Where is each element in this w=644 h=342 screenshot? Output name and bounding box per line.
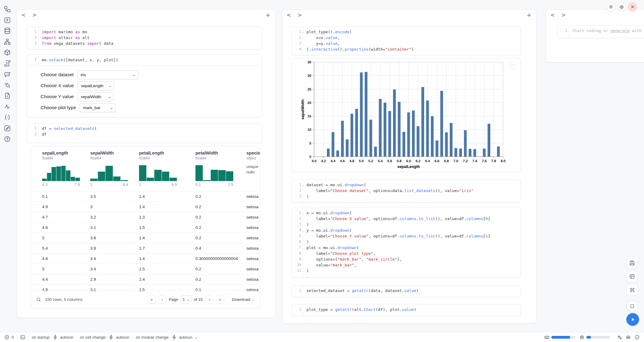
table-row[interactable]: 4.42.91.40.2setosa: [31, 274, 260, 284]
table-row[interactable]: 4.63.41.40.30000000000000004setosa: [31, 253, 260, 264]
svg-text:4.8: 4.8: [349, 159, 355, 163]
svg-text:0: 0: [309, 155, 311, 159]
code-cell-df[interactable]: 12df = selected_dataset()df: [27, 123, 262, 143]
table-row[interactable]: 53.41.50.2setosa: [31, 264, 260, 274]
editor-placeholder: Start coding or generate with AI: [572, 28, 644, 34]
middle-notebook-panel: < > + 1⌄234plot_type().encode( x=x.value…: [282, 9, 536, 323]
column-header-petalWidth[interactable]: petalWidthfloat640.12.5: [195, 151, 246, 187]
column-header-sepalWidth[interactable]: sepalWidthfloat6424.4: [90, 151, 139, 187]
panel-back-button[interactable]: <: [285, 12, 292, 18]
add-cell-button[interactable]: +: [526, 12, 532, 18]
copilot-button[interactable]: [626, 335, 631, 340]
sidebar-item-database[interactable]: [4, 27, 11, 34]
svg-text:8.0: 8.0: [501, 159, 506, 163]
panel-forward-button[interactable]: >: [296, 12, 303, 18]
column-histogram[interactable]: [90, 164, 128, 181]
chart-output-cell: 4.04.24.44.64.85.05.25.45.65.86.06.26.46…: [292, 58, 521, 172]
runmode-on-cell-change-[interactable]: on cell change:autorun: [80, 335, 130, 340]
sidebar-item-variables[interactable]: [4, 16, 11, 24]
code-cell-selected-dataset[interactable]: 1selected_dataset = getattr(data, datase…: [292, 285, 521, 297]
column-header-sepalLength[interactable]: sepalLengthfloat644.37.9: [42, 151, 90, 187]
download-button[interactable]: Download⌄: [232, 297, 254, 302]
cpu-icon: [579, 335, 585, 340]
sidebar-item-tracing[interactable]: [4, 103, 11, 110]
column-histogram[interactable]: [42, 164, 80, 181]
chevron-down-icon: ⌄: [108, 84, 112, 88]
sidebar-item-help[interactable]: [4, 135, 11, 143]
chevron-down-icon: ⌄: [194, 336, 198, 339]
connection-status-button[interactable]: [635, 335, 640, 340]
menu-button[interactable]: [606, 2, 615, 11]
first-page-button[interactable]: «: [148, 295, 156, 304]
dropdown-select[interactable]: mark_bar⌄: [80, 103, 116, 112]
dataframe-table: sepalLengthfloat644.37.9sepalWidthfloat6…: [31, 146, 260, 308]
runmode-on-module-change-[interactable]: on module change:autorun⌄: [136, 335, 197, 340]
runmode-label: on startup:: [32, 335, 50, 340]
column-header-petalLength[interactable]: petalLengthfloat6416.9: [139, 151, 195, 187]
table-row[interactable]: 4.73.21.30.2setosa: [31, 212, 260, 222]
snippets-icon: [4, 114, 11, 121]
dropdown-row: Choose plot typemark_bar⌄: [41, 102, 262, 113]
minimap-button[interactable]: [626, 300, 638, 312]
shutdown-button[interactable]: [628, 2, 637, 11]
table-row[interactable]: 53.61.40.2setosa: [31, 233, 260, 243]
dropdown-row: Choose datasetiris⌄: [41, 69, 262, 80]
table-row[interactable]: 5.13.51.40.2setosa: [31, 191, 260, 201]
panel-back-button[interactable]: <: [20, 12, 27, 18]
column-header-species[interactable]: speciesobjectuniquenulls:: [246, 151, 260, 187]
sidebar-item-chat[interactable]: [4, 70, 11, 78]
ai-sparkles-button[interactable]: [617, 335, 622, 340]
dependencies-icon: [4, 38, 11, 45]
layout-button[interactable]: [626, 271, 638, 282]
code-cell-xy-plot-dropdowns[interactable]: 1⌄234⌄567⌄891011x = mo.ui.dropdown( labe…: [292, 208, 521, 278]
settings-button[interactable]: [617, 2, 626, 11]
sidebar-item-snippets[interactable]: [4, 114, 11, 121]
keyboard-shortcuts-button[interactable]: [626, 284, 638, 296]
sidebar-item-outline[interactable]: [4, 81, 11, 89]
outline-icon: [4, 81, 11, 89]
sidebar-item-file-tree[interactable]: [4, 5, 11, 13]
svg-text:4.6: 4.6: [340, 159, 345, 163]
save-button[interactable]: [626, 257, 638, 269]
sidebar-item-dependencies[interactable]: [4, 38, 11, 45]
add-cell-button[interactable]: +: [265, 12, 271, 18]
last-page-button[interactable]: »: [216, 295, 224, 304]
svg-text:7.2: 7.2: [463, 159, 468, 163]
panel-back-button[interactable]: <: [549, 12, 556, 18]
svg-text:6.2: 6.2: [416, 159, 420, 163]
table-row[interactable]: 4.931.40.2setosa: [31, 201, 260, 212]
sidebar-item-packages[interactable]: [4, 49, 11, 56]
search-icon[interactable]: [36, 297, 41, 302]
chevron-down-icon: ⌄: [132, 73, 136, 77]
code-cell-dataset-dropdown[interactable]: 1⌄23dataset = mo.ui.dropdown( label="Cho…: [292, 180, 521, 202]
code-cell-imports[interactable]: 123import marimo as moimport altair as a…: [27, 27, 262, 49]
sidebar-item-scratchpad[interactable]: [4, 125, 11, 132]
play-icon: [631, 317, 635, 322]
error-count-badge[interactable]: 0: [4, 335, 14, 340]
empty-code-cell[interactable]: 1 Start coding or generate with AI: [557, 25, 644, 38]
run-all-button[interactable]: [626, 313, 639, 326]
chart-menu-button[interactable]: ⋯: [509, 61, 517, 69]
svg-text:4.2: 4.2: [321, 159, 326, 163]
runmode-on-startup-[interactable]: on startup:autorun: [32, 335, 73, 340]
sidebar-item-documentation[interactable]: [4, 92, 11, 99]
next-page-button[interactable]: ›: [205, 295, 213, 304]
code-cell-plot[interactable]: 1⌄234plot_type().encode( x=x.value, y=y.…: [292, 27, 521, 55]
column-histogram[interactable]: [195, 164, 233, 181]
sidebar-item-logs[interactable]: [4, 60, 11, 67]
bar-chart[interactable]: 4.04.24.44.64.85.05.25.45.65.86.06.26.46…: [292, 58, 521, 172]
dropdown-select[interactable]: sepalLength⌄: [77, 81, 114, 90]
panel-forward-button[interactable]: >: [560, 12, 567, 18]
table-row[interactable]: 4.63.11.50.2setosa: [31, 222, 260, 233]
panel-forward-button[interactable]: >: [31, 12, 38, 18]
code-cell-vstack[interactable]: 1mo.vstack([dataset, x, y, plot]) Choose…: [27, 55, 262, 117]
page-select[interactable]: 1⌄: [181, 295, 191, 303]
terminal-button[interactable]: [20, 335, 25, 340]
prev-page-button[interactable]: ‹: [158, 295, 166, 304]
table-row[interactable]: 5.43.91.70.4setosa: [31, 243, 260, 253]
column-histogram[interactable]: [139, 164, 177, 181]
dropdown-select[interactable]: sepalWidth⌄: [77, 92, 113, 101]
code-cell-plot-type[interactable]: 1plot_type = getattr(alt.Chart(df), plot…: [292, 304, 521, 316]
dropdown-select[interactable]: iris⌄: [77, 70, 138, 79]
svg-text:10: 10: [307, 128, 311, 131]
